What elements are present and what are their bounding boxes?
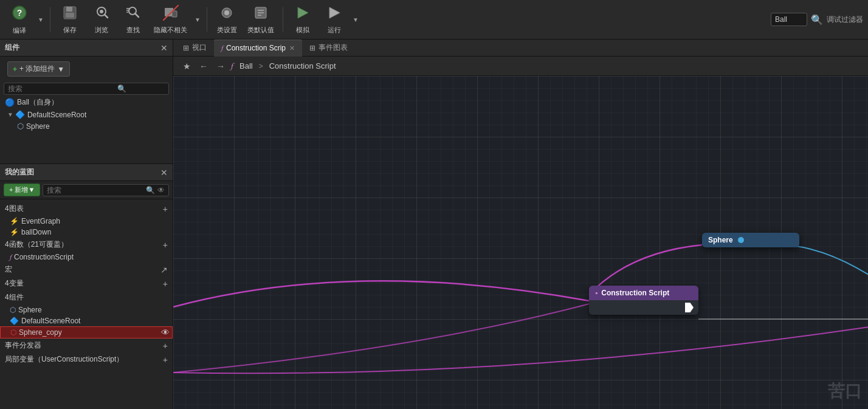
graph-section[interactable]: 4图表 + bbox=[0, 202, 173, 216]
components-close[interactable]: ✕ bbox=[160, 43, 168, 53]
blueprint-title: 我的蓝图 bbox=[5, 167, 34, 177]
blueprint-close[interactable]: ✕ bbox=[160, 168, 168, 177]
sphere-copy-label: Sphere_copy bbox=[19, 328, 62, 337]
sphere-copy-eye-icon[interactable]: 👁 bbox=[161, 328, 170, 337]
run-icon bbox=[326, 5, 342, 24]
ball-down-label: ballDown bbox=[21, 228, 51, 236]
default-scene-root-item[interactable]: ▼ 🔷 DefaultSceneRoot bbox=[0, 109, 173, 120]
construction-script-tab-label: Construction Scrip bbox=[226, 44, 286, 52]
back-button[interactable]: ← bbox=[197, 60, 210, 72]
forward-button[interactable]: → bbox=[214, 60, 227, 72]
class-settings-button[interactable]: 类设置 bbox=[212, 2, 241, 36]
save-button[interactable]: 保存 bbox=[55, 2, 84, 36]
cs-func-icon: ▪ bbox=[595, 289, 598, 297]
debug-search-icon[interactable]: 🔍 bbox=[811, 14, 823, 26]
cs-node-title: Construction Script bbox=[601, 289, 669, 297]
cs-node-header: ▪ Construction Script bbox=[589, 286, 698, 300]
add-component-button[interactable]: + + 添加组件 ▼ bbox=[7, 61, 70, 77]
browse-label: 浏览 bbox=[95, 26, 108, 35]
simulate-button[interactable]: 模拟 bbox=[288, 2, 317, 36]
watermark: 苦口 bbox=[828, 380, 862, 403]
functions-plus-icon[interactable]: + bbox=[163, 240, 168, 250]
ball-icon: 🔵 bbox=[5, 98, 15, 107]
local-vars-plus[interactable]: + bbox=[163, 355, 168, 365]
ball-down-item[interactable]: ⚡ ballDown bbox=[0, 227, 173, 238]
event-dispatchers-label: 事件分发器 bbox=[5, 340, 41, 351]
sphere-comp-label: Sphere bbox=[26, 122, 50, 131]
canvas[interactable]: ▪ Construction Script Sphere bbox=[173, 76, 868, 409]
default-scene-root-var-icon: 🔷 bbox=[10, 317, 19, 325]
sep2 bbox=[207, 7, 207, 32]
sep1 bbox=[50, 7, 50, 32]
construction-script-node[interactable]: ▪ Construction Script bbox=[589, 286, 698, 315]
event-dispatchers-plus[interactable]: + bbox=[163, 341, 168, 351]
sphere-var-label: Sphere bbox=[18, 306, 42, 314]
components-bp-section[interactable]: 4组件 bbox=[0, 290, 173, 304]
sphere-comp-item[interactable]: ⬡ Sphere bbox=[0, 120, 173, 132]
macros-plus-icon[interactable]: ↗ bbox=[160, 265, 168, 275]
eye-icon[interactable]: 👁 bbox=[157, 186, 165, 194]
browse-button[interactable]: 浏览 bbox=[87, 2, 116, 36]
find-button[interactable]: 查找 bbox=[119, 2, 148, 36]
new-button[interactable]: + 新增▼ bbox=[4, 184, 40, 196]
compile-button[interactable]: ? 编译 bbox=[5, 2, 34, 36]
scene-root-icon: 🔷 bbox=[15, 110, 25, 119]
variables-label: 4变量 bbox=[5, 278, 24, 289]
bp-search-icon: 🔍 bbox=[146, 186, 155, 194]
components-section: 组件 ✕ + + 添加组件 ▼ 🔍 🔵 Ball（自身） ▼ 🔷 bbox=[0, 40, 173, 164]
run-arrow[interactable]: ▼ bbox=[351, 2, 360, 36]
bp-tree: 4图表 + ⚡ EventGraph ⚡ ballDown 4函数（21可覆盖）… bbox=[0, 199, 173, 409]
svg-line-7 bbox=[105, 15, 108, 18]
construction-script-item[interactable]: 𝑓 ConstructionScript bbox=[0, 252, 173, 263]
sep3 bbox=[283, 7, 283, 32]
sphere-output-pin[interactable] bbox=[738, 237, 744, 243]
hide-arrow[interactable]: ▼ bbox=[193, 2, 202, 36]
hide-irrelevant-label: 隐藏不相关 bbox=[154, 26, 187, 35]
cs-exec-row bbox=[589, 300, 698, 315]
event-graph-label: EventGraph bbox=[21, 217, 60, 225]
sphere-copy-item[interactable]: ⬡ Sphere_copy 👁 bbox=[0, 326, 173, 339]
cs-exec-pin-out[interactable] bbox=[685, 303, 694, 312]
bp-search-input[interactable] bbox=[47, 186, 146, 194]
graph-plus-icon[interactable]: + bbox=[163, 204, 168, 214]
components-title: 组件 bbox=[5, 43, 19, 53]
svg-text:?: ? bbox=[17, 8, 22, 18]
event-graph-icon: ⚡ bbox=[10, 217, 19, 225]
construction-script-tab-close[interactable]: ✕ bbox=[289, 44, 295, 52]
functions-section[interactable]: 4函数（21可覆盖） + bbox=[0, 238, 173, 252]
variables-section[interactable]: 4变量 + bbox=[0, 277, 173, 290]
compile-arrow[interactable]: ▼ bbox=[36, 2, 45, 36]
components-toolbar: + + 添加组件 ▼ bbox=[0, 57, 173, 81]
event-graph-item[interactable]: ⚡ EventGraph bbox=[0, 216, 173, 227]
local-vars-section[interactable]: 局部变量（UserConstructionScript） + bbox=[0, 352, 173, 366]
save-icon bbox=[62, 5, 78, 24]
run-button[interactable]: 运行 bbox=[320, 2, 349, 36]
tab-construction-script[interactable]: 𝑓 Construction Scrip ✕ bbox=[214, 40, 302, 57]
sphere-var-item[interactable]: ⬡ Sphere bbox=[0, 304, 173, 315]
component-search-bar: 🔍 bbox=[4, 83, 169, 95]
local-vars-label: 局部变量（UserConstructionScript） bbox=[5, 354, 123, 365]
construction-script-func-icon: 𝑓 bbox=[10, 253, 12, 261]
breadcrumb-sep: > bbox=[259, 62, 263, 70]
default-scene-root-var-item[interactable]: 🔷 DefaultSceneRoot bbox=[0, 315, 173, 326]
component-search-input[interactable] bbox=[8, 84, 117, 93]
sphere-var-icon: ⬡ bbox=[10, 306, 16, 314]
debug-filter-label: 调试过滤器 bbox=[827, 15, 863, 25]
sphere-node[interactable]: Sphere bbox=[702, 233, 799, 247]
event-dispatchers-section[interactable]: 事件分发器 + bbox=[0, 339, 173, 352]
macros-section[interactable]: 宏 ↗ bbox=[0, 263, 173, 277]
variables-plus-icon[interactable]: + bbox=[163, 279, 168, 289]
tab-event-graph[interactable]: ⊞ 事件图表 bbox=[302, 40, 355, 57]
star-button[interactable]: ★ bbox=[181, 60, 193, 72]
tab-viewport[interactable]: ⊞ 视口 bbox=[176, 40, 214, 57]
svg-marker-22 bbox=[298, 7, 308, 18]
hide-irrelevant-button[interactable]: 隐藏不相关 bbox=[150, 2, 191, 36]
functions-label: 4函数（21可覆盖） bbox=[5, 239, 68, 250]
component-search-icon: 🔍 bbox=[117, 84, 126, 93]
components-bp-label: 4组件 bbox=[5, 292, 24, 303]
ball-input[interactable] bbox=[771, 13, 807, 26]
left-panel: 组件 ✕ + + 添加组件 ▼ 🔍 🔵 Ball（自身） ▼ 🔷 bbox=[0, 40, 173, 409]
graph-section-label: 4图表 bbox=[5, 204, 24, 214]
ball-self-item[interactable]: 🔵 Ball（自身） bbox=[0, 96, 173, 109]
hide-icon bbox=[163, 5, 179, 24]
